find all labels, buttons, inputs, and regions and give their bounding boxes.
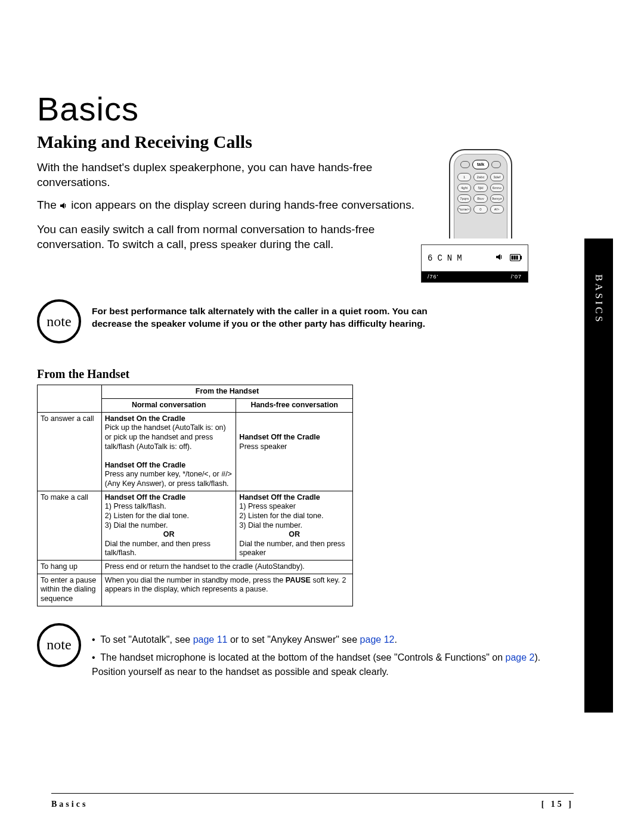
table-col-normal: Normal conversation	[101, 399, 236, 413]
svg-rect-10	[516, 256, 518, 260]
phone-keypad: 1 2abc 3def 4ghi 5jkl 6mno 7pqrs 8tuv 9w…	[457, 173, 504, 213]
link-page-12[interactable]: page 12	[360, 634, 395, 645]
table-top-header: From the Handset	[101, 385, 352, 399]
row-label-answer: To answer a call	[38, 412, 102, 491]
table-row-make: To make a call Handset Off the Cradle 1)…	[38, 491, 353, 560]
side-tab-label: BASICS	[593, 274, 605, 324]
phone-illustration: talk 1 2abc 3def 4ghi 5jkl 6mno 7pqrs 8t…	[436, 149, 525, 239]
note-1-text: For best performance talk alternately wi…	[92, 299, 444, 329]
table-row-answer: To answer a call Handset On the Cradle P…	[38, 412, 353, 491]
svg-rect-7	[521, 256, 522, 259]
table-col-handsfree: Hands-free conversation	[236, 399, 353, 413]
svg-rect-3	[496, 256, 498, 258]
row-label-pause: To enter a pause within the dialing sequ…	[38, 574, 102, 606]
row-label-hangup: To hang up	[38, 561, 102, 574]
note-2-list: • To set "Autotalk", see page 11 or to s…	[92, 623, 574, 683]
link-page-2[interactable]: page 2	[506, 652, 535, 662]
phone-key: 7pqrs	[457, 194, 471, 203]
phone-key: 3def	[490, 173, 504, 181]
paragraph-1: With the handset's duplex speakerphone, …	[37, 160, 419, 190]
phone-key: 5jkl	[473, 184, 487, 192]
phone-key: *tone/<	[457, 205, 471, 213]
paragraph-3: You can easily switch a call from normal…	[37, 222, 419, 252]
footer-page-number: [ 15 ]	[541, 800, 574, 809]
handset-table: From the Handset Normal conversation Han…	[37, 385, 353, 606]
footer-left: Basics	[51, 800, 88, 809]
from-handset-heading: From the Handset	[37, 367, 574, 381]
page-title: Basics	[37, 89, 574, 128]
svg-rect-5	[501, 255, 501, 259]
phone-key-small-right	[491, 161, 501, 168]
table-row-pause: To enter a pause within the dialing sequ…	[38, 574, 353, 606]
side-tab: BASICS	[584, 239, 613, 713]
phone-key: 8tuv	[473, 194, 487, 203]
table-corner	[38, 385, 102, 412]
lcd-softkey-left: /76'	[422, 274, 475, 280]
phone-key: 2abc	[473, 173, 487, 181]
note-1: note For best performance talk alternate…	[37, 299, 574, 343]
phone-key: 9wxyz	[490, 194, 504, 203]
svg-rect-2	[65, 204, 66, 208]
phone-key-small-left	[460, 161, 470, 168]
page-content: Basics Making and Receiving Calls With t…	[37, 89, 574, 683]
lcd-softkey-right: /'07	[475, 274, 528, 280]
lcd-text: 6CNM	[428, 253, 467, 263]
row-label-make: To make a call	[38, 491, 102, 560]
svg-rect-8	[512, 256, 513, 260]
phone-key: 6mno	[490, 184, 504, 192]
phone-key: 1	[457, 173, 471, 181]
paragraph-2: The icon appears on the display screen d…	[37, 198, 419, 214]
table-row-hangup: To hang up Press end or return the hands…	[38, 561, 353, 574]
svg-rect-0	[60, 205, 62, 207]
lcd-speaker-icon	[496, 253, 504, 264]
svg-rect-9	[514, 256, 516, 260]
lcd-display: 6CNM	[421, 244, 528, 283]
note-2: note • To set "Autotalk", see page 11 or…	[37, 623, 574, 683]
note-badge: note	[37, 623, 81, 667]
note-2-item-2: • The handset microphone is located at t…	[92, 651, 574, 679]
phone-key: #/>	[490, 205, 504, 213]
phone-key-talk: talk	[472, 160, 489, 169]
phone-key: 4ghi	[457, 184, 471, 192]
note-2-item-1: • To set "Autotalk", see page 11 or to s…	[92, 633, 574, 647]
svg-marker-1	[62, 203, 64, 209]
speaker-icon	[60, 199, 68, 214]
lcd-battery-icon	[510, 253, 522, 264]
page-footer: Basics [ 15 ]	[51, 793, 574, 809]
note-badge: note	[37, 299, 81, 343]
phone-illustration-area: talk 1 2abc 3def 4ghi 5jkl 6mno 7pqrs 8t…	[421, 149, 540, 283]
phone-key: 0	[473, 205, 487, 213]
link-page-11[interactable]: page 11	[193, 634, 228, 645]
svg-marker-4	[498, 254, 500, 260]
